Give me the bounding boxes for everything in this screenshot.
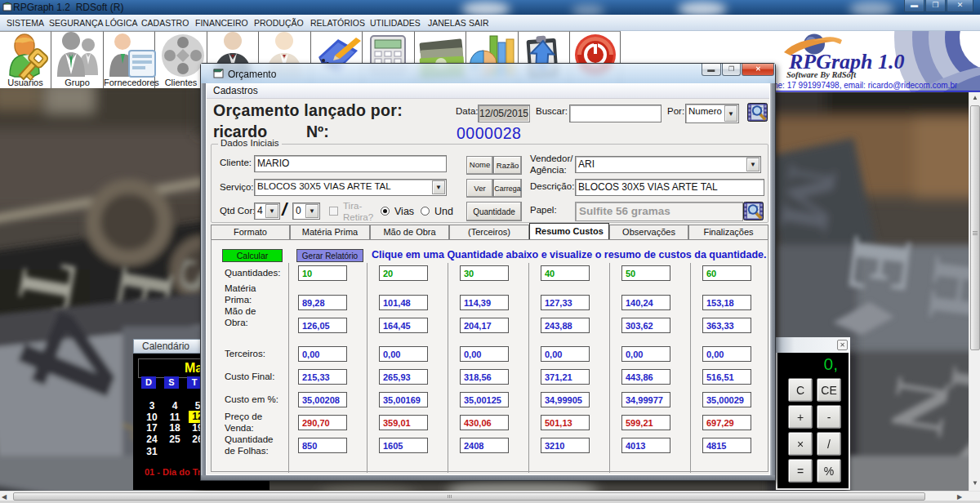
svg-text:Software By RdSoft: Software By RdSoft — [786, 70, 857, 79]
svg-text:ne: 17 991997498, email: ricar: ne: 17 991997498, email: ricardo@ridecom… — [773, 81, 958, 90]
svg-text:M: M — [765, 160, 853, 238]
